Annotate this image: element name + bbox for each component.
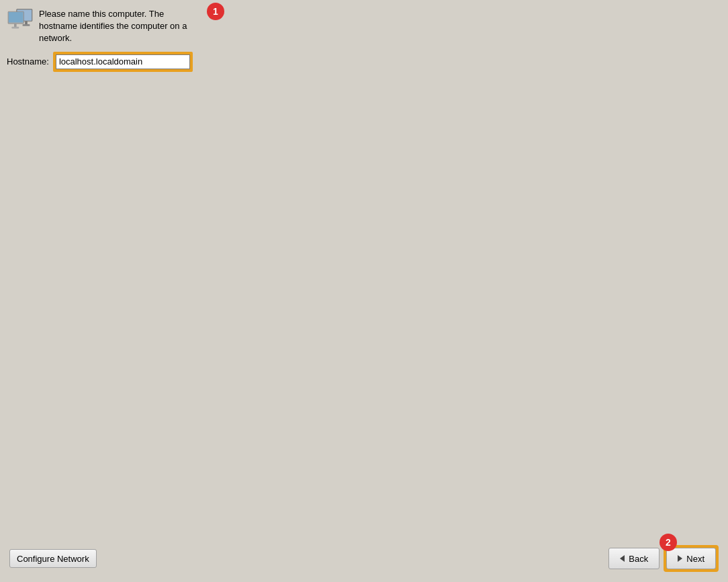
main-content: Please name this computer. The hostname … <box>0 0 728 79</box>
description-text: Please name this computer. The hostname … <box>39 7 187 45</box>
back-label: Back <box>629 554 648 564</box>
step2-badge: 2 <box>659 534 677 551</box>
description-block: Please name this computer. The hostname … <box>39 7 187 45</box>
next-label: Next <box>686 554 704 564</box>
svg-rect-5 <box>23 24 30 26</box>
next-arrow-icon <box>678 555 682 562</box>
step1-badge: 1 <box>207 3 224 20</box>
back-button[interactable]: Back <box>608 548 659 569</box>
bottom-bar: Configure Network Back Next <box>0 542 728 582</box>
back-arrow-icon <box>620 555 625 562</box>
configure-network-button[interactable]: Configure Network <box>9 549 97 568</box>
computer-icon <box>7 7 34 34</box>
hostname-input-wrapper <box>53 52 193 72</box>
svg-rect-3 <box>9 12 24 22</box>
hostname-row: Hostname: <box>7 52 721 72</box>
next-button[interactable]: Next <box>666 548 716 569</box>
svg-rect-7 <box>11 27 19 29</box>
hostname-label: Hostname: <box>7 56 49 67</box>
header-area: Please name this computer. The hostname … <box>7 7 721 45</box>
hostname-input[interactable] <box>56 54 190 69</box>
